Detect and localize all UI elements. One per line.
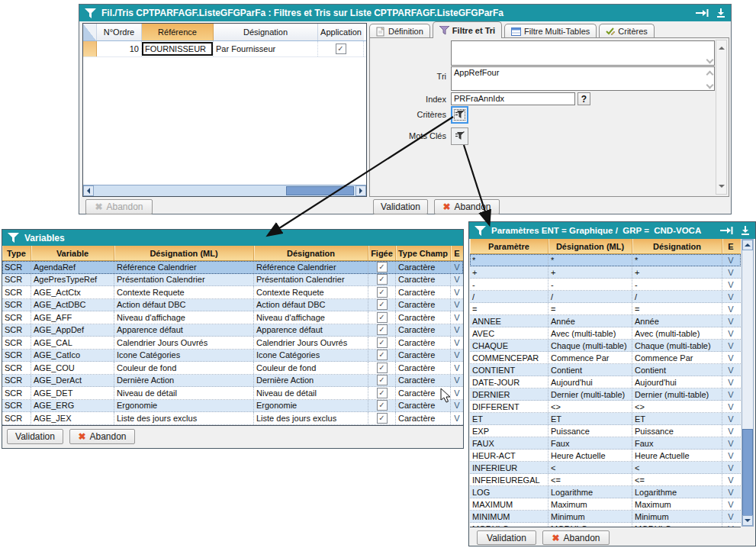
parametres-row[interactable]: EXPPuissancePuissanceV — [470, 425, 741, 437]
scroll-right-arrow[interactable] — [355, 185, 366, 196]
mots-cles-edit-button[interactable] — [451, 127, 468, 145]
variables-row[interactable]: SCRAGE_CALCalendrier Jours OuvrésCalendr… — [2, 337, 463, 350]
figee-checkbox[interactable]: ✓ — [377, 363, 388, 373]
column-header-application[interactable]: Application — [318, 24, 364, 40]
parametres-row[interactable]: ===V — [470, 303, 741, 315]
variables-row[interactable]: SCRAGE_AFFNiveau d'affichageNiveau d'aff… — [2, 311, 463, 324]
cell-reference[interactable]: FOURNISSEUR — [142, 41, 214, 56]
dock-right-icon[interactable] — [696, 9, 709, 17]
parametres-row[interactable]: AVECAvec (multi-table)Avec (multi-table)… — [470, 327, 741, 340]
column-header[interactable]: Désignation (ML) — [549, 239, 632, 253]
figee-checkbox[interactable]: ✓ — [377, 375, 388, 385]
figee-checkbox[interactable]: ✓ — [377, 299, 388, 310]
scroll-thumb[interactable] — [742, 429, 753, 516]
parametres-row[interactable]: ---V — [470, 279, 741, 291]
column-header[interactable]: E — [451, 246, 463, 260]
scroll-up-arrow[interactable] — [719, 44, 725, 50]
row-header-cell[interactable] — [83, 41, 97, 56]
figee-checkbox[interactable]: ✓ — [377, 324, 388, 335]
column-header-ordre[interactable]: N°Ordre — [97, 24, 142, 40]
parametres-row[interactable]: ETETETV — [470, 413, 741, 425]
parametres-titlebar[interactable]: Paramètres ENT = Graphique / GRP = CND-V… — [469, 222, 755, 239]
validation-button[interactable]: Validation — [373, 199, 428, 214]
chevron-up-icon[interactable] — [706, 70, 712, 76]
criteres-edit-button[interactable] — [451, 106, 468, 124]
figee-checkbox[interactable]: ✓ — [377, 388, 388, 398]
column-header[interactable]: Paramètre — [470, 239, 549, 253]
parametres-row[interactable]: COMMENCEPARCommence ParCommence ParV — [470, 352, 741, 364]
grid-corner-cell[interactable] — [83, 24, 97, 40]
chevron-down-icon[interactable] — [706, 82, 712, 88]
panel-vertical-scrollbar[interactable] — [716, 40, 727, 195]
abandon-button[interactable]: ✖ Abandon — [434, 199, 500, 214]
scroll-up-arrow[interactable] — [742, 240, 753, 250]
parametres-row[interactable]: HEUR-ACTHeure ActuelleHeure ActuelleV — [470, 450, 741, 462]
parametres-row[interactable]: DERNIERDernier (multi-table)Dernier (mul… — [470, 388, 741, 401]
column-header-designation[interactable]: Désignation — [214, 24, 318, 40]
filter-window-titlebar[interactable]: Fil./Tris CPTPARFAGF.ListeGFGParFa : Fil… — [79, 5, 731, 21]
variables-row[interactable]: SCRAGE_COUCouleur de fondCouleur de fond… — [2, 362, 463, 375]
tab-filtre-multi-tables[interactable]: Filtre Multi-Tables — [504, 24, 597, 38]
figee-checkbox[interactable]: ✓ — [377, 312, 388, 323]
variables-row[interactable]: SCRAgendaRefRéférence CalendrierRéférenc… — [2, 261, 463, 274]
validation-button[interactable]: Validation — [7, 429, 63, 444]
column-header-reference[interactable]: Référence — [142, 24, 214, 40]
parametres-row[interactable]: ***V — [470, 254, 741, 266]
parametres-row[interactable]: FAUXFauxFauxV — [470, 437, 741, 450]
variables-row[interactable]: SCRAGE_ActDBCAction défaut DBCAction déf… — [2, 299, 463, 312]
column-header[interactable]: Figée — [368, 246, 396, 260]
scroll-down-arrow[interactable] — [719, 185, 725, 191]
variables-row[interactable]: SCRAGE_DETNiveau de détailNiveau de déta… — [2, 387, 463, 400]
column-header[interactable]: Désignation — [632, 239, 722, 253]
parametres-row[interactable]: DATE-JOURAujourd'huiAujourd'huiV — [470, 376, 741, 388]
parametres-vertical-scrollbar[interactable] — [742, 239, 754, 527]
tab-definition[interactable]: Définition — [369, 24, 430, 38]
parametres-row[interactable]: MODULOMODULOMODULOV — [470, 523, 741, 527]
dock-bottom-icon[interactable] — [741, 226, 750, 235]
validation-button[interactable]: Validation — [477, 530, 536, 545]
figee-checkbox[interactable]: ✓ — [377, 350, 388, 360]
tri-input[interactable]: AppRefFour — [451, 66, 715, 91]
tab-criteres[interactable]: Critères — [599, 24, 655, 38]
chevron-down-icon[interactable] — [706, 57, 712, 63]
column-header[interactable]: E — [722, 239, 739, 253]
tab-filtre-et-tri[interactable]: Filtre et Tri — [433, 21, 502, 38]
index-help-button[interactable]: ? — [577, 92, 590, 105]
scroll-left-arrow[interactable] — [83, 185, 94, 196]
cell-ordre[interactable]: 10 — [97, 41, 142, 56]
variables-row[interactable]: SCRAGE_DerActDernière ActionDernière Act… — [2, 375, 463, 388]
variables-row[interactable]: SCRAGE_ERGErgonomieErgonomie✓CaractèreV — [2, 400, 463, 413]
parametres-row[interactable]: DIFFERENT<><>V — [470, 401, 741, 413]
variables-row[interactable]: SCRAGE_ActCtxContexte RequeteContexte Re… — [2, 286, 463, 299]
abandon-button[interactable]: ✖ Abandon — [542, 530, 610, 545]
variables-row[interactable]: SCRAGE_AppDefApparence défautApparence d… — [2, 324, 463, 337]
dock-bottom-icon[interactable] — [716, 8, 725, 18]
scroll-down-arrow[interactable] — [742, 515, 753, 526]
column-header[interactable]: Variable — [31, 246, 114, 260]
parametres-row[interactable]: MINIMUMMinimumMinimumV — [470, 511, 741, 523]
column-header[interactable]: Type — [2, 246, 31, 260]
column-header[interactable]: Désignation (ML) — [114, 246, 254, 260]
variables-row[interactable]: SCRAGE_JEXListe des jours exclusListe de… — [2, 412, 463, 425]
reference-edit-field[interactable]: FOURNISSEUR — [142, 42, 213, 56]
parametres-row[interactable]: ANNEEAnnéeAnnéeV — [470, 315, 741, 327]
cell-application[interactable]: ✓ — [318, 41, 364, 56]
parametres-row[interactable]: LOGLogarithmeLogarithmeV — [470, 486, 741, 498]
parametres-row[interactable]: MAXIMUMMaximumMaximumV — [470, 498, 741, 511]
dock-right-icon[interactable] — [720, 227, 733, 234]
variables-row[interactable]: SCRAGE_CatIcoIcone CatégoriesIcone Catég… — [2, 350, 463, 363]
parametres-row[interactable]: ///V — [470, 291, 741, 303]
figee-checkbox[interactable]: ✓ — [377, 287, 388, 298]
column-header[interactable]: Type Champ — [396, 246, 451, 260]
figee-checkbox[interactable]: ✓ — [377, 262, 388, 272]
column-header[interactable]: Désignation — [254, 246, 368, 260]
figee-checkbox[interactable]: ✓ — [377, 400, 388, 411]
filters-grid-row[interactable]: 10 FOURNISSEUR Par Fournisseur ✓ — [83, 41, 366, 57]
cell-designation[interactable]: Par Fournisseur — [214, 41, 318, 56]
figee-checkbox[interactable]: ✓ — [377, 274, 388, 285]
application-checkbox[interactable]: ✓ — [336, 44, 346, 54]
parametres-row[interactable]: CONTIENTContientContientV — [470, 364, 741, 376]
figee-checkbox[interactable]: ✓ — [377, 413, 388, 424]
filter-expression-box[interactable] — [451, 40, 715, 66]
scroll-thumb[interactable] — [286, 186, 354, 195]
